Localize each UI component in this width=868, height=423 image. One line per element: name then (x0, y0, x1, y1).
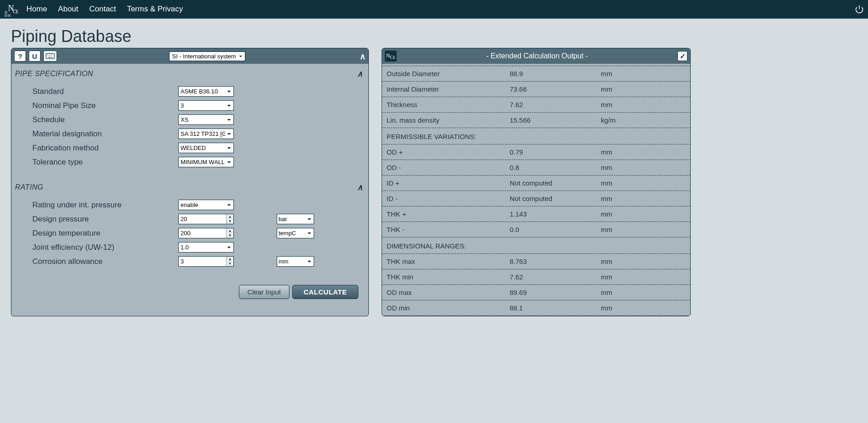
spinner-down-icon[interactable]: ▼ (227, 233, 233, 238)
output-row: OD +0.79mm (382, 144, 690, 160)
output-row: Outside Diameter88.9mm (382, 66, 690, 82)
help-button[interactable]: ? (14, 51, 26, 62)
nav-about[interactable]: About (58, 5, 78, 14)
label-schedule: Schedule (32, 115, 178, 124)
input-panel: ? U SI - International system PIPE SPECI… (11, 48, 369, 316)
output-label: ID + (387, 179, 510, 187)
output-label: THK max (387, 258, 510, 265)
unit-system-select[interactable]: SI - International system (169, 52, 245, 61)
section-title-rating: RATING (15, 183, 43, 191)
output-unit: kg/m (601, 116, 616, 124)
select-pressure-unit[interactable]: bar (277, 214, 314, 224)
clear-input-button[interactable]: Clear Input (239, 285, 289, 299)
output-label: THK + (387, 210, 510, 218)
output-value: 0.79 (510, 148, 601, 156)
output-row: OD min88.1mm (382, 300, 690, 316)
output-unit: mm (601, 258, 612, 265)
output-title: - Extended Calculation Output - (397, 52, 677, 60)
select-schedule[interactable]: XS (178, 114, 234, 125)
output-panel-header: NCE - Extended Calculation Output - ✓ (382, 48, 690, 64)
output-value: 73.66 (510, 85, 601, 93)
output-value: Not computed (510, 195, 601, 202)
output-unit: mm (601, 226, 612, 233)
output-label: THK - (387, 226, 510, 233)
output-row: ID +Not computedmm (382, 175, 690, 191)
output-value: 1.143 (510, 210, 601, 218)
select-nps[interactable]: 3 (178, 100, 234, 111)
spinner-down-icon[interactable]: ▼ (227, 219, 233, 224)
output-label: Outside Diameter (387, 70, 510, 77)
svg-rect-1 (46, 53, 54, 59)
output-logo-icon: NCE (385, 51, 397, 62)
spinner-up-icon[interactable]: ▲ (227, 228, 233, 233)
section-title-spec: PIPE SPECIFICATION (15, 70, 93, 78)
keyboard-button[interactable] (43, 51, 57, 62)
output-value: 7.62 (510, 273, 601, 281)
output-subheader: DIMENSIONAL RANGES: (382, 237, 690, 254)
output-unit: mm (601, 85, 612, 93)
page-title: Piping Database (0, 19, 868, 48)
output-label: ID - (387, 195, 510, 202)
output-label: OD min (387, 304, 510, 312)
output-row: THK min7.62mm (382, 269, 690, 285)
output-value: 8.763 (510, 258, 601, 265)
collapse-spec-icon[interactable] (357, 68, 363, 79)
nav-home[interactable]: Home (26, 5, 47, 14)
label-joint-efficiency: Joint efficiency (UW-12) (32, 243, 178, 252)
label-fabrication: Fabrication method (32, 144, 178, 153)
input-panel-header: ? U SI - International system (11, 48, 368, 64)
app-logo: NCE (4, 0, 22, 18)
output-value: 0.0 (510, 226, 601, 233)
input-design-pressure[interactable] (178, 214, 234, 224)
output-row: THK +1.143mm (382, 206, 690, 222)
collapse-rating-icon[interactable] (357, 182, 363, 192)
output-unit: mm (601, 195, 612, 202)
output-value: Not computed (510, 179, 601, 187)
label-design-pressure: Design pressure (32, 215, 178, 224)
select-fabrication[interactable]: WELDED (178, 143, 234, 153)
power-icon[interactable] (854, 4, 864, 14)
input-design-temperature[interactable] (178, 228, 234, 238)
nav-contact[interactable]: Contact (89, 5, 116, 14)
select-tolerance[interactable]: MINIMUM WALL (178, 157, 234, 167)
select-temperature-unit[interactable]: tempC (277, 228, 314, 238)
label-corrosion: Corrosion allowance (32, 257, 178, 266)
label-rating-enable: Rating under int. pressure (32, 201, 178, 210)
select-standard[interactable]: ASME B36.10 (178, 86, 234, 97)
collapse-panel-icon[interactable] (360, 51, 366, 62)
output-label: OD max (387, 289, 510, 296)
output-value: 0.8 (510, 164, 601, 171)
label-tolerance: Tolerance type (32, 158, 178, 167)
output-unit: mm (601, 273, 612, 281)
label-nps: Nominal Pipe Size (32, 101, 178, 110)
select-joint-efficiency[interactable]: 1.0 (178, 242, 234, 253)
select-material[interactable]: SA 312 TP321 [G5] (178, 129, 234, 139)
output-row: Thickness7.62mm (382, 97, 690, 113)
label-design-temperature: Design temperature (32, 229, 178, 238)
output-unit: mm (601, 304, 612, 312)
output-subheader: PERMISSIBLE VARIATIONS: (382, 128, 690, 144)
spinner-down-icon[interactable]: ▼ (227, 262, 233, 267)
undo-button[interactable]: U (29, 51, 41, 62)
output-row: OD -0.8mm (382, 160, 690, 175)
label-standard: Standard (32, 87, 178, 96)
nav-terms[interactable]: Terms & Privacy (127, 5, 183, 14)
input-corrosion[interactable] (178, 256, 234, 267)
output-unit: mm (601, 164, 612, 171)
output-label: OD + (387, 148, 510, 156)
output-unit: mm (601, 70, 612, 77)
output-value: 88.1 (510, 304, 601, 312)
output-row: OD max89.69mm (382, 285, 690, 300)
calculate-button[interactable]: CALCULATE (292, 285, 358, 299)
output-label: Internal Diameter (387, 85, 510, 93)
output-label: THK min (387, 273, 510, 281)
top-navbar: NCE Home About Contact Terms & Privacy (0, 0, 868, 19)
select-corrosion-unit[interactable]: mm (277, 256, 314, 267)
select-rating-enable[interactable]: enable (178, 200, 234, 210)
spinner-up-icon[interactable]: ▲ (227, 214, 233, 219)
output-unit: mm (601, 289, 612, 296)
output-check-button[interactable]: ✓ (677, 51, 687, 61)
spinner-up-icon[interactable]: ▲ (227, 257, 233, 262)
output-row: THK -0.0mm (382, 222, 690, 237)
output-panel: NCE - Extended Calculation Output - ✓ Ou… (382, 48, 691, 316)
